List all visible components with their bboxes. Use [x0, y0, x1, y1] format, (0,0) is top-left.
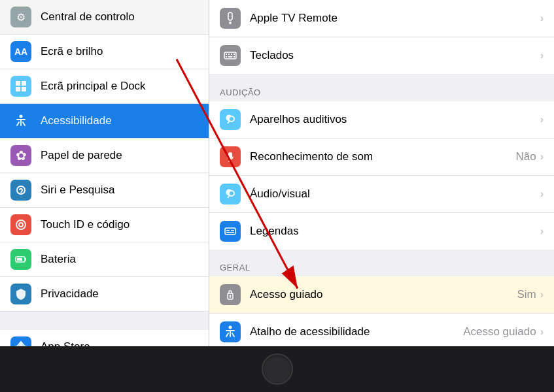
list-item-audio-visual[interactable]: Áudio/visual › — [209, 176, 554, 213]
sidebar-item-ecra-brilho[interactable]: AA Ecrã e brilho — [0, 35, 209, 69]
acesso-guiado-value: Sim — [517, 288, 536, 301]
sidebar-item-bateria[interactable]: Bateria — [0, 242, 209, 277]
sidebar-main-group: ⚙ Central de controlo AA Ecrã e brilho — [0, 0, 209, 312]
sidebar-item-label: Ecrã e brilho — [41, 45, 103, 58]
ecra-principal-icon — [10, 76, 31, 97]
svg-point-27 — [230, 295, 232, 297]
svg-rect-0 — [16, 81, 20, 86]
svg-rect-21 — [234, 56, 235, 57]
chevron-icon: › — [540, 50, 544, 61]
list-item-acesso-guiado[interactable]: Acesso guiado Sim › — [209, 276, 554, 314]
svg-rect-1 — [22, 81, 26, 86]
audio-visual-label: Áudio/visual — [250, 188, 540, 201]
sidebar-item-label: Papel de parede — [41, 149, 122, 162]
svg-rect-25 — [226, 232, 234, 233]
acesso-guiado-label: Acesso guiado — [250, 288, 517, 301]
reconhecimento-som-icon — [220, 146, 241, 167]
chevron-icon: › — [540, 12, 544, 24]
legendas-icon — [220, 221, 241, 242]
chevron-icon: › — [540, 188, 544, 200]
chevron-icon: › — [540, 326, 544, 338]
papel-parede-icon: ✿ — [10, 145, 31, 166]
geral-section: GERAL Acesso guiado S — [209, 250, 554, 346]
sidebar-item-siri[interactable]: Siri e Pesquisa — [0, 173, 209, 208]
svg-rect-6 — [25, 258, 26, 261]
right-panel: Apple TV Remote › — [209, 0, 554, 346]
sidebar-item-papel-parede[interactable]: ✿ Papel de parede — [0, 139, 209, 173]
touchid-icon — [10, 214, 31, 235]
list-item-aparelhos-auditivos[interactable]: Aparelhos auditivos › — [209, 101, 554, 139]
svg-rect-16 — [228, 54, 230, 55]
sidebar-item-label: App Store — [41, 340, 90, 346]
list-item-atalho-acessibilidade[interactable]: Atalho de acessibilidade Acesso guiado › — [209, 314, 554, 346]
home-button[interactable] — [262, 353, 293, 385]
svg-point-13 — [229, 22, 232, 24]
sidebar-item-label: Central de controlo — [41, 10, 135, 24]
privacidade-icon — [10, 284, 31, 304]
geral-header: GERAL — [209, 250, 554, 276]
sidebar-item-touchid[interactable]: Touch ID e código — [0, 208, 209, 242]
sidebar-item-label: Bateria — [41, 253, 76, 266]
teclados-label: Teclados — [250, 49, 540, 62]
svg-rect-3 — [22, 87, 26, 91]
atalho-acessibilidade-label: Atalho de acessibilidade — [250, 325, 463, 338]
chevron-icon: › — [540, 151, 544, 163]
apple-tv-remote-label: Apple TV Remote — [250, 12, 540, 25]
list-item-reconhecimento-som[interactable]: Reconhecimento de som Não › — [209, 139, 554, 176]
chevron-icon: › — [540, 289, 544, 301]
svg-rect-23 — [226, 230, 230, 231]
svg-rect-17 — [231, 54, 232, 55]
svg-rect-2 — [16, 87, 20, 91]
atalho-acessibilidade-icon — [220, 321, 241, 342]
siri-icon — [10, 180, 31, 201]
chevron-icon: › — [540, 114, 544, 125]
svg-rect-12 — [228, 12, 232, 20]
sidebar-item-privacidade[interactable]: Privacidade — [0, 277, 209, 312]
central-controlo-icon: ⚙ — [10, 7, 31, 27]
atalho-acessibilidade-value: Acesso guiado — [463, 325, 536, 338]
reconhecimento-som-label: Reconhecimento de som — [250, 150, 515, 163]
svg-rect-18 — [234, 54, 235, 55]
list-item-teclados[interactable]: Teclados › — [209, 37, 554, 74]
ecra-brilho-icon: AA — [10, 41, 31, 62]
svg-point-4 — [20, 115, 23, 118]
sidebar-item-central-controlo[interactable]: ⚙ Central de controlo — [0, 0, 209, 35]
list-item-legendas[interactable]: Legendas › — [209, 213, 554, 250]
sidebar-item-ecra-principal[interactable]: Ecrã principal e Dock — [0, 69, 209, 104]
svg-rect-24 — [231, 230, 234, 231]
svg-rect-7 — [17, 258, 22, 261]
sidebar-item-acessibilidade[interactable]: Acessibilidade — [0, 104, 209, 139]
sidebar-item-label: Privacidade — [41, 287, 99, 301]
sidebar: ⚙ Central de controlo AA Ecrã e brilho — [0, 0, 209, 346]
bottom-bar — [0, 346, 554, 392]
svg-rect-22 — [225, 228, 235, 235]
aparelhos-auditivos-icon — [220, 109, 241, 130]
svg-rect-20 — [228, 56, 232, 57]
sidebar-item-label: Acessibilidade — [41, 114, 112, 127]
svg-rect-15 — [226, 54, 227, 55]
reconhecimento-som-value: Não — [515, 150, 536, 163]
sidebar-item-label: Ecrã principal e Dock — [41, 80, 146, 93]
app-store-icon — [10, 336, 31, 346]
chevron-icon: › — [540, 225, 544, 237]
screen: ⚙ Central de controlo AA Ecrã e brilho — [0, 0, 554, 392]
list-item-apple-tv-remote[interactable]: Apple TV Remote › — [209, 0, 554, 37]
bateria-icon — [10, 249, 31, 270]
content-area: ⚙ Central de controlo AA Ecrã e brilho — [0, 0, 554, 346]
sidebar-item-label: Touch ID e código — [41, 218, 130, 231]
acesso-guiado-icon — [220, 284, 241, 305]
apple-tv-remote-icon — [220, 8, 241, 29]
sidebar-separator — [0, 312, 209, 330]
audio-visual-icon — [220, 184, 241, 204]
audicao-list: Aparelhos auditivos › Reconhecimento de … — [209, 101, 554, 250]
svg-rect-19 — [226, 56, 227, 57]
teclados-icon — [220, 45, 241, 66]
legendas-label: Legendas — [250, 225, 540, 238]
audicao-section: AUDIÇÃO Aparelhos auditivos › — [209, 74, 554, 250]
svg-point-29 — [229, 326, 232, 329]
top-list-group: Apple TV Remote › — [209, 0, 554, 74]
svg-rect-14 — [224, 52, 236, 59]
aparelhos-auditivos-label: Aparelhos auditivos — [250, 113, 540, 126]
sidebar-item-app-store[interactable]: App Store — [0, 330, 209, 346]
sidebar-item-label: Siri e Pesquisa — [41, 184, 114, 197]
